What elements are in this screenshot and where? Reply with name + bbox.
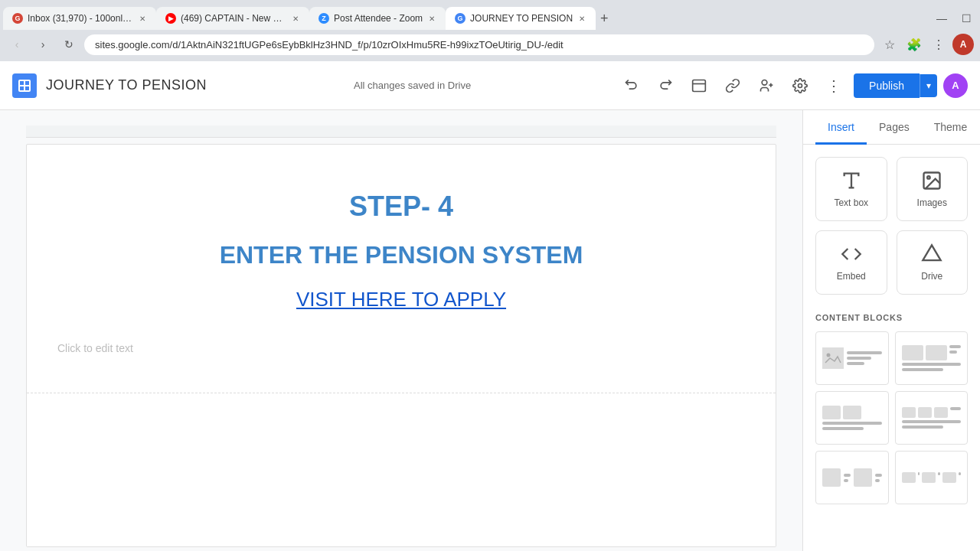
embed-label: Embed: [837, 271, 866, 282]
block-line-1b: [847, 357, 871, 360]
content-block-5[interactable]: [815, 451, 889, 504]
extensions-icon[interactable]: 🧩: [903, 34, 925, 55]
block-img-6c: [942, 472, 956, 483]
block-img-2b: [926, 345, 947, 360]
block-lines-4: [950, 407, 962, 418]
images-icon: [921, 170, 942, 191]
textbox-icon: [841, 170, 862, 191]
refresh-button[interactable]: ↻: [58, 34, 80, 55]
svg-rect-3: [20, 86, 24, 90]
enter-heading: ENTER THE PENSION SYSTEM: [57, 241, 745, 269]
preview-button[interactable]: [685, 72, 713, 99]
tab-journey[interactable]: G JOURNEY TO PENSION ✕: [446, 7, 596, 30]
block-img-icon-1: [822, 347, 844, 369]
embed-icon: [841, 243, 862, 265]
tab-insert[interactable]: Insert: [815, 110, 867, 145]
block-line-3b: [822, 427, 864, 430]
insert-drive[interactable]: Drive: [897, 230, 969, 295]
tab-close-journey[interactable]: ✕: [577, 13, 586, 24]
more-icon: ⋮: [826, 77, 841, 95]
insert-images[interactable]: Images: [897, 157, 969, 221]
add-collaborator-button[interactable]: [753, 72, 780, 99]
page-canvas[interactable]: STEP- 4 ENTER THE PENSION SYSTEM VISIT H…: [26, 144, 776, 547]
tab-close-zoom[interactable]: ✕: [427, 13, 436, 24]
user-avatar[interactable]: A: [943, 73, 968, 98]
browser-profile-avatar[interactable]: A: [952, 34, 974, 55]
content-block-6[interactable]: [895, 451, 969, 504]
block-line-2c: [902, 363, 962, 366]
settings-button[interactable]: [786, 72, 814, 99]
app-header: JOURNEY TO PENSION All changes saved in …: [0, 61, 980, 110]
block-line-5c: [875, 474, 882, 477]
drive-icon: [921, 243, 942, 265]
empty-canvas-section[interactable]: [27, 393, 776, 546]
undo-button[interactable]: [618, 72, 645, 99]
minimize-button[interactable]: —: [931, 8, 952, 29]
block-lines-1: [847, 351, 882, 365]
block-preview-4: [902, 407, 962, 429]
sites-logo-icon: [17, 78, 32, 93]
svg-rect-5: [693, 80, 706, 91]
content-block-2[interactable]: [895, 331, 969, 385]
bookmark-icon[interactable]: ☆: [879, 34, 900, 55]
content-blocks-grid: [803, 325, 980, 510]
insert-embed[interactable]: Embed: [815, 230, 887, 295]
content-section[interactable]: STEP- 4 ENTER THE PENSION SYSTEM VISIT H…: [27, 145, 776, 393]
browser-menu-icon[interactable]: ⋮: [928, 34, 949, 55]
tab-pages[interactable]: Pages: [867, 110, 922, 145]
tab-close-inbox[interactable]: ✕: [138, 13, 147, 24]
publish-button[interactable]: Publish: [854, 73, 920, 98]
saved-status: All changes saved in Drive: [354, 80, 471, 91]
more-options-button[interactable]: ⋮: [820, 72, 848, 99]
block-lines-2: [949, 345, 962, 360]
visit-link[interactable]: VISIT HERE TO APPLY: [57, 288, 745, 311]
tab-zoom[interactable]: Z Post Attendee - Zoom ✕: [309, 7, 446, 30]
svg-rect-1: [20, 81, 24, 85]
preview-icon: [691, 78, 707, 93]
block-preview-6-row1: [902, 472, 962, 483]
back-button[interactable]: ‹: [6, 34, 28, 55]
maximize-button[interactable]: ☐: [956, 8, 977, 29]
tab-inbox[interactable]: G Inbox (31,970) - 100onlinebusi... ✕: [3, 7, 156, 30]
block-lines-6c: [959, 472, 961, 483]
block-line-4b: [902, 420, 962, 423]
address-input[interactable]: [84, 34, 874, 55]
content-block-1[interactable]: [815, 331, 889, 385]
svg-point-17: [827, 354, 831, 357]
block-img-6b: [922, 472, 936, 483]
block-img-1: [822, 347, 844, 369]
content-block-4[interactable]: [895, 391, 969, 445]
tab-label-journey: JOURNEY TO PENSION: [470, 13, 573, 24]
svg-rect-4: [25, 86, 29, 90]
svg-rect-2: [25, 81, 29, 85]
edit-placeholder[interactable]: Click to edit text: [57, 334, 745, 362]
panel-tabs: Insert Pages Theme: [803, 110, 980, 145]
ruler: [26, 126, 776, 138]
header-center: All changes saved in Drive: [216, 80, 609, 91]
redo-button[interactable]: [652, 72, 679, 99]
publish-dropdown-button[interactable]: ▾: [920, 74, 937, 97]
block-line-2d: [902, 368, 943, 371]
canvas-area[interactable]: STEP- 4 ENTER THE PENSION SYSTEM VISIT H…: [0, 110, 802, 551]
block-img-5b: [854, 468, 872, 487]
add-person-icon: [759, 78, 774, 93]
block-preview-3: [822, 406, 882, 430]
new-tab-button[interactable]: +: [596, 11, 613, 27]
tab-close-youtube[interactable]: ✕: [291, 13, 300, 24]
address-bar: ‹ › ↻ ☆ 🧩 ⋮ A: [0, 28, 980, 61]
block-lines-5: [844, 474, 851, 482]
tab-youtube[interactable]: ▶ (469) CAPTAIN - New South H... ✕: [156, 7, 309, 30]
block-preview-3-images: [822, 406, 882, 419]
main-content: STEP- 4 ENTER THE PENSION SYSTEM VISIT H…: [0, 110, 980, 551]
tab-favicon-youtube: ▶: [165, 13, 176, 24]
content-blocks-label: CONTENT BLOCKS: [803, 307, 980, 325]
tab-label-youtube: (469) CAPTAIN - New South H...: [181, 13, 286, 24]
tab-theme[interactable]: Theme: [922, 110, 980, 145]
window-controls: — ☐: [931, 8, 977, 29]
content-block-3[interactable]: [815, 391, 889, 445]
block-line-5d: [875, 479, 880, 482]
forward-button[interactable]: ›: [32, 34, 54, 55]
redo-icon: [658, 78, 673, 93]
insert-textbox[interactable]: Text box: [815, 157, 887, 221]
insert-link-button[interactable]: [719, 72, 746, 99]
